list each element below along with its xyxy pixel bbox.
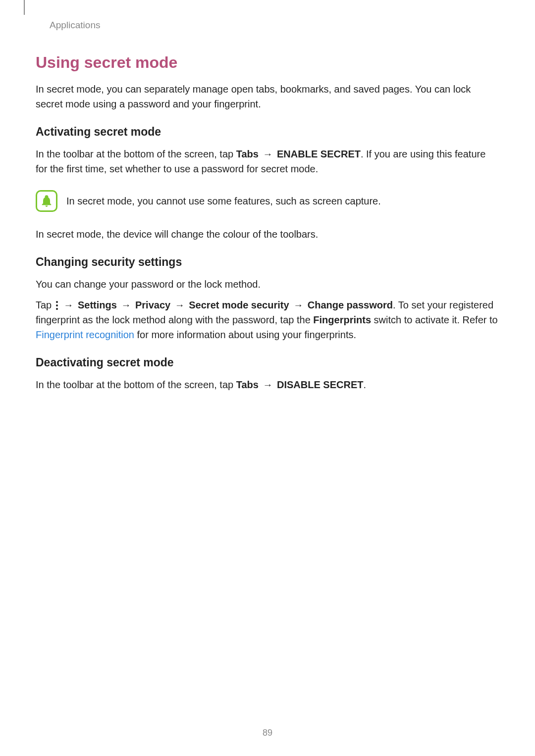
fingerprint-recognition-link[interactable]: Fingerprint recognition bbox=[36, 329, 134, 340]
page-title: Using secret mode bbox=[36, 53, 499, 72]
tabs-label: Tabs bbox=[236, 149, 259, 159]
disable-secret-label: DISABLE SECRET bbox=[277, 379, 363, 390]
text-fragment: switch to activate it. Refer to bbox=[371, 314, 498, 325]
arrow-icon: → bbox=[117, 300, 135, 310]
more-options-icon bbox=[54, 301, 59, 310]
change-password-label: Change password bbox=[308, 300, 393, 310]
privacy-label: Privacy bbox=[135, 300, 170, 310]
text-fragment: . bbox=[364, 379, 367, 390]
arrow-icon: → bbox=[170, 300, 189, 310]
intro-paragraph: In secret mode, you can separately manag… bbox=[36, 82, 499, 111]
changing-paragraph-2: Tap → Settings → Privacy → Secret mode s… bbox=[36, 298, 499, 342]
secret-mode-security-label: Secret mode security bbox=[189, 300, 289, 310]
deactivating-paragraph: In the toolbar at the bottom of the scre… bbox=[36, 377, 499, 392]
text-fragment: In the toolbar at the bottom of the scre… bbox=[36, 379, 236, 390]
heading-activating: Activating secret mode bbox=[36, 125, 499, 139]
note-text: In secret mode, you cannot use some feat… bbox=[66, 194, 381, 208]
note-callout: In secret mode, you cannot use some feat… bbox=[36, 190, 499, 212]
bell-icon bbox=[36, 190, 57, 212]
text-fragment: Tap bbox=[36, 300, 54, 310]
arrow-icon: → bbox=[289, 300, 308, 310]
fingerprints-label: Fingerprints bbox=[313, 314, 371, 325]
heading-changing: Changing security settings bbox=[36, 255, 499, 269]
changing-paragraph-1: You can change your password or the lock… bbox=[36, 277, 499, 292]
activating-paragraph-2: In secret mode, the device will change t… bbox=[36, 227, 499, 242]
heading-deactivating: Deactivating secret mode bbox=[36, 356, 499, 369]
page-edge-marker bbox=[24, 0, 25, 15]
section-header: Applications bbox=[50, 20, 100, 31]
settings-label: Settings bbox=[78, 300, 117, 310]
tabs-label: Tabs bbox=[236, 379, 259, 390]
arrow-icon: → bbox=[259, 149, 277, 159]
arrow-icon: → bbox=[259, 379, 277, 390]
enable-secret-label: ENABLE SECRET bbox=[277, 149, 361, 159]
text-fragment: In the toolbar at the bottom of the scre… bbox=[36, 149, 236, 159]
page-number: 89 bbox=[0, 728, 535, 738]
page-content: Using secret mode In secret mode, you ca… bbox=[36, 53, 499, 406]
activating-paragraph-1: In the toolbar at the bottom of the scre… bbox=[36, 147, 499, 176]
text-fragment: for more information about using your fi… bbox=[134, 329, 356, 340]
arrow-icon: → bbox=[59, 300, 78, 310]
